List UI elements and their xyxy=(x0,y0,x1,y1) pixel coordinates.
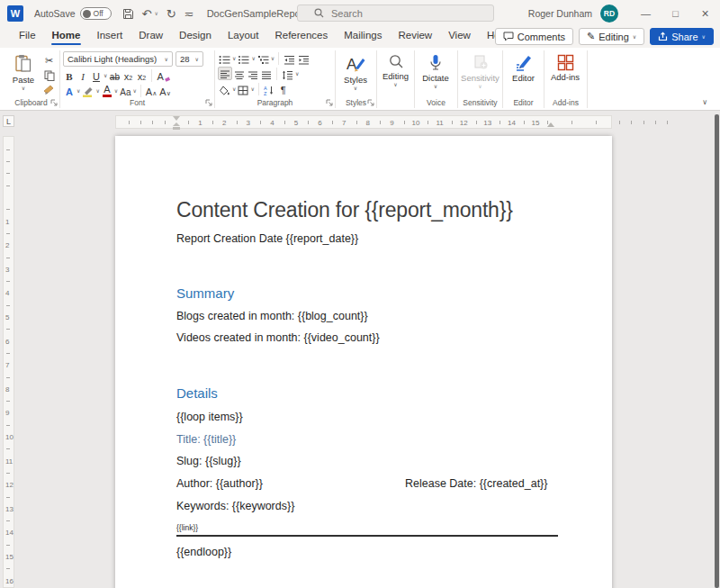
font-name-select[interactable]: Calibri Light (Headings) ∨ xyxy=(63,51,173,67)
align-left-button[interactable] xyxy=(218,67,232,80)
dictate-button[interactable]: Dictate ∨ xyxy=(418,51,454,96)
minimize-button[interactable]: — xyxy=(631,0,661,27)
word-app-icon[interactable]: W xyxy=(7,5,23,22)
text-effects-button[interactable]: A xyxy=(63,84,76,97)
decrease-indent-button[interactable] xyxy=(283,51,296,65)
show-formatting-button[interactable]: ¶ xyxy=(277,82,290,95)
undo-chevron-icon[interactable]: ∨ xyxy=(154,11,158,16)
chevron-down-icon[interactable]: ∨ xyxy=(232,56,236,61)
borders-button[interactable] xyxy=(237,82,249,95)
copy-icon[interactable] xyxy=(41,69,57,81)
sensitivity-button[interactable]: Sensitivity ∨ xyxy=(461,51,500,96)
loop-end-line[interactable]: {{endloop}} xyxy=(176,545,551,560)
tab-insert[interactable]: Insert xyxy=(88,27,130,45)
chevron-down-icon[interactable]: ∨ xyxy=(95,88,99,94)
tab-design[interactable]: Design xyxy=(171,27,220,45)
author-line[interactable]: Author: {{author}} Release Date: {{creat… xyxy=(176,476,551,492)
item-title-line[interactable]: Title: {{title}} xyxy=(176,432,551,448)
chevron-down-icon[interactable]: ∨ xyxy=(104,73,107,78)
maximize-button[interactable]: □ xyxy=(661,0,690,27)
tab-mailings[interactable]: Mailings xyxy=(336,27,390,45)
justify-button[interactable] xyxy=(260,67,273,80)
release-date-line[interactable]: Release Date: {{created_at}} xyxy=(405,476,547,492)
bold-button[interactable]: B xyxy=(63,68,76,82)
first-line-indent-marker[interactable] xyxy=(173,116,180,121)
chevron-down-icon[interactable]: ∨ xyxy=(271,56,274,61)
align-center-button[interactable] xyxy=(233,67,246,80)
styles-dialog-launcher-icon[interactable] xyxy=(367,99,374,106)
details-heading[interactable]: Details xyxy=(176,384,551,403)
shading-button[interactable] xyxy=(218,82,231,95)
bullet-list-button[interactable] xyxy=(218,51,231,65)
chevron-down-icon[interactable]: ∨ xyxy=(132,88,136,94)
tab-draw[interactable]: Draw xyxy=(130,27,171,45)
comments-button[interactable]: Comments xyxy=(495,28,573,45)
italic-button[interactable]: I xyxy=(76,68,89,82)
tab-layout[interactable]: Layout xyxy=(220,27,267,45)
editor-button[interactable]: Editor xyxy=(506,51,541,96)
change-case-button[interactable]: Aa xyxy=(119,84,131,97)
slug-line[interactable]: Slug: {{slug}} xyxy=(176,454,551,469)
autosave-control[interactable]: AutoSave Off xyxy=(34,7,112,20)
cut-icon[interactable]: ✂ xyxy=(41,55,57,67)
link-line[interactable]: {{link}} xyxy=(176,523,558,537)
multilevel-list-button[interactable] xyxy=(256,51,270,65)
tab-review[interactable]: Review xyxy=(390,27,440,45)
strikethrough-button[interactable]: ab xyxy=(108,68,121,82)
summary-heading[interactable]: Summary xyxy=(176,285,551,303)
paste-button[interactable]: Paste ∨ xyxy=(5,51,41,96)
chevron-down-icon[interactable]: ∨ xyxy=(295,71,299,77)
editing-button[interactable]: Editing ∨ xyxy=(380,51,411,96)
line-spacing-button[interactable] xyxy=(281,67,294,80)
close-button[interactable]: × xyxy=(690,0,720,27)
keywords-line[interactable]: Keywords: {{keywords}} xyxy=(176,499,551,514)
tab-stop-selector[interactable]: L xyxy=(3,115,14,127)
share-button[interactable]: Share ∨ xyxy=(650,28,714,45)
chevron-down-icon[interactable]: ∨ xyxy=(76,88,80,94)
paragraph-dialog-launcher-icon[interactable] xyxy=(326,99,333,106)
loop-start-line[interactable]: {{loop items}} xyxy=(176,410,551,425)
undo-icon[interactable]: ↶ xyxy=(142,8,152,20)
doc-subtitle[interactable]: Report Creation Date {{report_date}} xyxy=(176,231,551,247)
highlight-button[interactable] xyxy=(81,84,94,97)
tab-file[interactable]: File xyxy=(11,27,44,45)
collapse-ribbon-icon[interactable]: ∨ xyxy=(702,98,707,106)
search-input[interactable]: Search xyxy=(297,5,494,22)
videos-line[interactable]: Videos created in month: {{video_count}} xyxy=(176,330,551,346)
vertical-scrollbar-thumb[interactable] xyxy=(715,114,719,588)
font-size-select[interactable]: 28 ∨ xyxy=(176,51,203,67)
left-indent-marker[interactable] xyxy=(173,127,180,130)
superscript-button[interactable]: x2 xyxy=(135,68,148,82)
save-icon[interactable] xyxy=(122,8,134,20)
chevron-down-icon[interactable]: ∨ xyxy=(251,56,255,61)
clear-formatting-button[interactable]: A xyxy=(156,68,171,82)
chevron-down-icon[interactable]: ∨ xyxy=(232,86,236,92)
autosave-toggle[interactable]: Off xyxy=(80,7,112,20)
user-avatar[interactable]: RD xyxy=(600,5,618,23)
underline-button[interactable]: U xyxy=(90,68,103,82)
customize-qat-icon[interactable]: ≂ xyxy=(184,8,194,20)
grow-font-button[interactable]: A∧ xyxy=(145,84,158,97)
document-page[interactable]: Content Creation for {{report_month}} Re… xyxy=(115,136,612,588)
tab-references[interactable]: References xyxy=(266,27,336,45)
clipboard-dialog-launcher-icon[interactable] xyxy=(50,99,58,106)
chevron-down-icon[interactable]: ∨ xyxy=(114,88,118,94)
tab-view[interactable]: View xyxy=(440,27,479,45)
editing-mode-button[interactable]: ✎ Editing ∨ xyxy=(579,28,644,45)
doc-heading-title[interactable]: Content Creation for {{report_month}} xyxy=(176,197,551,223)
subscript-button[interactable]: x2 xyxy=(122,68,134,82)
increase-indent-button[interactable] xyxy=(297,51,310,65)
hanging-indent-marker[interactable] xyxy=(173,122,180,126)
font-color-button[interactable]: A xyxy=(101,84,113,97)
addins-button[interactable]: Add-ins xyxy=(547,51,583,96)
blogs-line[interactable]: Blogs created in month: {{blog_count}} xyxy=(176,309,551,324)
align-right-button[interactable] xyxy=(247,67,259,80)
sort-button[interactable]: AZ xyxy=(263,82,276,95)
styles-button[interactable]: A Styles ∨ xyxy=(338,51,373,96)
shrink-font-button[interactable]: A∨ xyxy=(158,84,171,97)
right-indent-marker[interactable] xyxy=(547,122,554,127)
chevron-down-icon[interactable]: ∨ xyxy=(250,86,254,92)
font-dialog-launcher-icon[interactable] xyxy=(205,99,212,106)
numbered-list-button[interactable] xyxy=(237,51,250,65)
tab-home[interactable]: Home xyxy=(44,27,89,45)
